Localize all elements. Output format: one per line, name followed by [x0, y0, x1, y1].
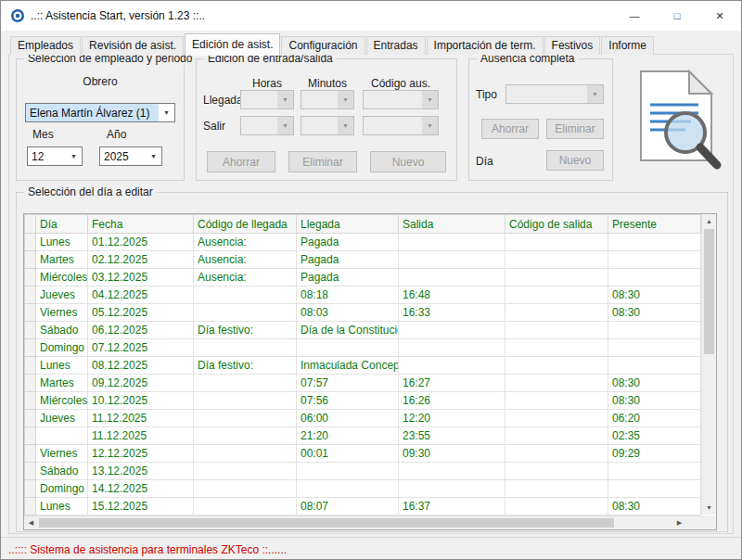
grid-cell[interactable]	[194, 286, 297, 304]
grid-cell[interactable]: Día de la Constitución	[297, 322, 399, 339]
grid-cell[interactable]: 09.12.2025	[88, 375, 194, 392]
grid-cell[interactable]: 02.12.2025	[88, 251, 194, 269]
row-selector[interactable]	[25, 445, 36, 463]
row-selector[interactable]	[25, 251, 36, 269]
grid-cell[interactable]	[505, 339, 608, 357]
grid-cell[interactable]: 07.12.2025	[88, 339, 194, 357]
worker-combobox[interactable]: Elena Martín Álvarez (1) ▼	[25, 103, 175, 122]
row-selector[interactable]	[25, 480, 36, 498]
grid-cell[interactable]: Miércoles	[36, 269, 88, 286]
grid-cell[interactable]	[505, 445, 608, 463]
column-header[interactable]: Llegada	[297, 215, 399, 234]
grid-cell[interactable]	[505, 269, 608, 286]
grid-cell[interactable]: 00:01	[297, 445, 399, 463]
tab-edici-n-de-asist[interactable]: Edición de asist.	[185, 33, 280, 56]
grid-cell[interactable]	[505, 392, 608, 410]
entry-save-button[interactable]: Ahorrar	[207, 151, 275, 172]
grid-cell[interactable]: 09:29	[608, 445, 701, 463]
grid-cell[interactable]: Ausencia:	[194, 269, 297, 286]
grid-cell[interactable]	[194, 339, 297, 357]
tab-entradas[interactable]: Entradas	[366, 36, 426, 55]
column-header[interactable]: Salida	[399, 215, 505, 234]
vertical-scrollbar[interactable]: ▲ ▼	[701, 214, 716, 515]
tab-configuraci-n[interactable]: Configuración	[281, 36, 365, 55]
grid-cell[interactable]	[505, 251, 608, 269]
grid-cell[interactable]: Lunes	[36, 498, 88, 515]
grid-cell[interactable]: 06:00	[297, 410, 399, 427]
grid-cell[interactable]: Ausencia:	[194, 251, 297, 269]
column-header[interactable]: Presente	[608, 215, 701, 234]
grid-cell[interactable]	[505, 357, 608, 375]
scroll-down-arrow-icon[interactable]: ▼	[702, 501, 716, 515]
tab-revisi-n-de-asist[interactable]: Revisión de asist.	[82, 36, 184, 55]
grid-cell[interactable]: 07:56	[297, 392, 399, 410]
grid-cell[interactable]	[194, 463, 297, 480]
grid-cell[interactable]: Jueves	[36, 410, 88, 427]
absence-save-button[interactable]: Ahorrar	[481, 119, 539, 139]
row-selector[interactable]	[25, 234, 36, 251]
grid-cell[interactable]: 11.12.2025	[88, 410, 194, 427]
grid-cell[interactable]: 08:03	[297, 304, 399, 322]
grid-cell[interactable]	[194, 375, 297, 392]
grid-cell[interactable]: 08:18	[297, 286, 399, 304]
scroll-up-arrow-icon[interactable]: ▲	[702, 214, 716, 228]
grid-cell[interactable]: Inmaculada Concepció	[297, 357, 399, 375]
grid-cell[interactable]	[194, 304, 297, 322]
grid-cell[interactable]: Día festivo:	[194, 322, 297, 339]
tab-festivos[interactable]: Festivos	[544, 36, 601, 55]
close-button[interactable]: ✕	[698, 1, 741, 31]
grid-cell[interactable]	[608, 463, 701, 480]
scroll-left-arrow-icon[interactable]: ◀	[24, 516, 38, 529]
grid-cell[interactable]	[194, 498, 297, 515]
absence-new-button[interactable]: Nuevo	[546, 150, 604, 171]
grid-cell[interactable]	[194, 480, 297, 498]
grid-cell[interactable]	[505, 498, 608, 515]
grid-cell[interactable]: Pagada	[297, 251, 399, 269]
grid-cell[interactable]	[399, 251, 505, 269]
grid-cell[interactable]: 08:30	[608, 498, 701, 515]
absence-type-combobox[interactable]: ▼	[505, 84, 604, 104]
year-combobox[interactable]: 2025 ▼	[99, 146, 162, 166]
grid-cell[interactable]: 08:07	[297, 498, 399, 515]
grid-cell[interactable]: 16:48	[399, 286, 505, 304]
row-selector[interactable]	[25, 498, 36, 515]
grid-cell[interactable]: 16:27	[399, 375, 505, 392]
grid-cell[interactable]: 16:37	[399, 498, 505, 515]
grid-cell[interactable]: 04.12.2025	[88, 286, 194, 304]
grid-cell[interactable]	[505, 375, 608, 392]
row-selector[interactable]	[25, 357, 36, 375]
grid-cell[interactable]: 23:55	[399, 427, 505, 445]
grid-cell[interactable]: Sábado	[36, 463, 88, 480]
grid-cell[interactable]	[399, 357, 505, 375]
grid-cell[interactable]	[36, 427, 88, 445]
grid-cell[interactable]: 15.12.2025	[88, 498, 194, 515]
grid-cell[interactable]	[505, 234, 608, 251]
grid-cell[interactable]: 06.12.2025	[88, 322, 194, 339]
grid-cell[interactable]: 02:35	[608, 427, 701, 445]
grid-cell[interactable]: 16:33	[399, 304, 505, 322]
month-combobox[interactable]: 12 ▼	[27, 146, 83, 166]
grid-cell[interactable]: 14.12.2025	[88, 480, 194, 498]
grid-cell[interactable]: 08:30	[608, 286, 701, 304]
grid-cell[interactable]	[399, 480, 505, 498]
grid-cell[interactable]	[297, 339, 399, 357]
grid-cell[interactable]: 13.12.2025	[88, 463, 194, 480]
grid-cell[interactable]: 08:30	[608, 392, 701, 410]
column-header[interactable]: Código de llegada	[194, 215, 297, 234]
grid-cell[interactable]: 03.12.2025	[88, 269, 194, 286]
minimize-button[interactable]: —	[613, 1, 656, 31]
entry-new-button[interactable]: Nuevo	[370, 151, 446, 172]
grid-cell[interactable]: 08:30	[608, 375, 701, 392]
grid-cell[interactable]: 09:30	[399, 445, 505, 463]
horizontal-scroll-thumb[interactable]	[39, 518, 614, 528]
row-selector[interactable]	[25, 463, 36, 480]
column-header[interactable]: Código de salida	[505, 215, 608, 234]
grid-cell[interactable]	[194, 392, 297, 410]
row-selector[interactable]	[25, 375, 36, 392]
grid-cell[interactable]: Día festivo:	[194, 357, 297, 375]
grid-cell[interactable]: 07:57	[297, 375, 399, 392]
grid-cell[interactable]	[297, 463, 399, 480]
grid-cell[interactable]: 06:20	[608, 410, 701, 427]
grid-cell[interactable]: Domingo	[36, 480, 88, 498]
grid-cell[interactable]	[505, 304, 608, 322]
